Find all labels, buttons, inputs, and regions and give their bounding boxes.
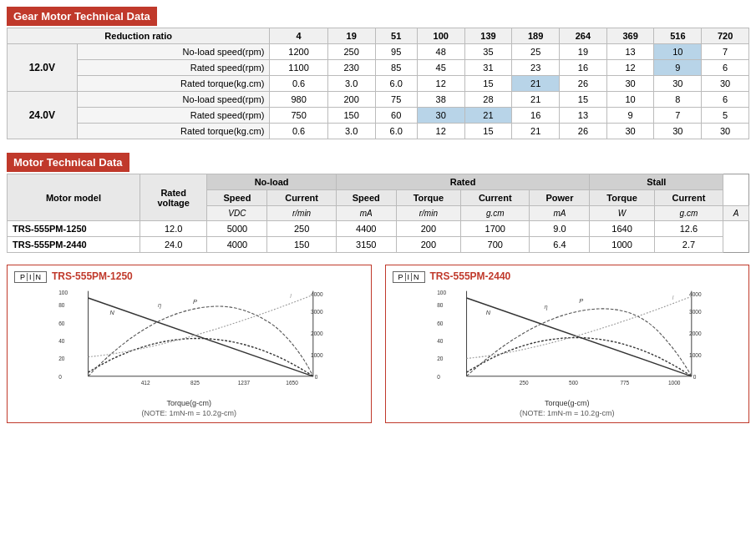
voltage-24v: 24.0V xyxy=(8,92,78,139)
model-noload-current-2: 150 xyxy=(267,237,336,253)
rated-group-header: Rated xyxy=(336,174,590,190)
model-rated-torque-1: 200 xyxy=(396,221,460,237)
svg-text:0: 0 xyxy=(315,374,318,380)
chart-svg-1: 0 20 40 60 80 100 0 1000 2000 3000 4000 … xyxy=(14,287,364,396)
model-rated-torque-2: 200 xyxy=(396,237,460,253)
ratio-header-row: Reduction ratio 4 19 51 100 139 189 264 … xyxy=(8,28,749,44)
model-stall-torque-1: 1640 xyxy=(590,221,654,237)
stall-group-header: Stall xyxy=(590,174,723,190)
svg-text:0: 0 xyxy=(437,374,440,380)
gear-motor-section: Gear Motor Technical Data Reduction rati… xyxy=(7,7,749,139)
table-row: Rated torque(kg.cm) 0.6 3.0 6.0 12 15 21… xyxy=(8,76,749,92)
model-voltage-1: 12.0 xyxy=(140,221,207,237)
motor-technical-table: Motor model Ratedvoltage No-load Rated S… xyxy=(7,174,749,253)
svg-text:0: 0 xyxy=(693,374,696,380)
current-unit-2: mA xyxy=(530,206,590,221)
chart-x-label-2: Torque(g-cm) xyxy=(393,399,743,407)
charts-container: P I N TRS-555PM-1250 0 20 40 60 80 100 0… xyxy=(7,265,749,423)
svg-text:40: 40 xyxy=(58,338,65,344)
svg-text:N: N xyxy=(110,309,115,316)
table-row: 12.0V No-load speed(rpm) 1200 250 95 48 … xyxy=(8,44,749,60)
svg-text:250: 250 xyxy=(519,380,528,386)
noload-current-header: Current xyxy=(267,190,336,206)
noload-speed-24v-label: No-load speed(rpm) xyxy=(77,92,270,108)
model-rated-current-2: 700 xyxy=(461,237,530,253)
motor-technical-title: Motor Technical Data xyxy=(7,153,129,172)
ratio-264: 264 xyxy=(560,28,607,44)
rated-power-header: Power xyxy=(530,190,590,206)
svg-text:20: 20 xyxy=(437,356,444,361)
motor-group-header-row: Motor model Ratedvoltage No-load Rated S… xyxy=(8,174,749,190)
noload-speed-header: Speed xyxy=(207,190,267,206)
svg-text:80: 80 xyxy=(437,302,444,308)
chart-svg-2: 0 20 40 60 80 100 0 1000 2000 3000 4000 … xyxy=(393,287,743,396)
model-rated-power-1: 9.0 xyxy=(530,221,590,237)
svg-text:20: 20 xyxy=(58,356,65,361)
chart-x-label-1: Torque(g-cm) xyxy=(14,399,364,407)
rated-speed-header: Speed xyxy=(336,190,396,206)
svg-text:η: η xyxy=(544,303,547,310)
power-unit: W xyxy=(590,206,654,221)
model-rated-speed-2: 3150 xyxy=(336,237,396,253)
svg-text:3000: 3000 xyxy=(311,309,323,315)
stall-current-header: Current xyxy=(654,190,723,206)
table-row: 24.0V No-load speed(rpm) 980 200 75 38 2… xyxy=(8,92,749,108)
current-unit-1: mA xyxy=(336,206,396,221)
svg-text:100: 100 xyxy=(437,290,446,295)
model-rated-current-1: 1700 xyxy=(461,221,530,237)
rated-torque-header: Torque xyxy=(396,190,460,206)
svg-text:0: 0 xyxy=(58,374,62,380)
svg-text:775: 775 xyxy=(620,380,629,386)
voltage-12v: 12.0V xyxy=(8,44,78,92)
chart-note-1: (NOTE: 1mN-m = 10.2g-cm) xyxy=(14,409,364,417)
svg-text:500: 500 xyxy=(569,380,578,386)
table-row: Rated torque(kg.cm) 0.6 3.0 6.0 12 15 21… xyxy=(8,124,749,139)
svg-text:P: P xyxy=(579,297,583,305)
model-stall-current-2: 2.7 xyxy=(654,237,723,253)
svg-text:2000: 2000 xyxy=(689,331,702,336)
svg-text:60: 60 xyxy=(58,320,65,326)
table-row: Rated speed(rpm) 750 150 60 30 21 16 13 … xyxy=(8,108,749,124)
svg-text:825: 825 xyxy=(190,380,200,386)
rated-voltage-header: Ratedvoltage xyxy=(140,174,207,221)
model-stall-current-1: 12.6 xyxy=(654,221,723,237)
ratio-19: 19 xyxy=(327,28,375,44)
model-noload-speed-1: 5000 xyxy=(207,221,267,237)
pin-labels-1: P I N xyxy=(14,271,47,283)
gear-motor-title: Gear Motor Technical Data xyxy=(7,7,157,26)
stall-current-unit: A xyxy=(723,206,749,221)
chart-2: P I N TRS-555PM-2440 0 20 40 60 80 100 0… xyxy=(385,265,750,423)
model-name-1: TRS-555PM-1250 xyxy=(8,221,140,237)
speed-unit-2: r/min xyxy=(396,206,460,221)
noload-group-header: No-load xyxy=(207,174,336,190)
rated-speed-12v-label: Rated speed(rpm) xyxy=(77,60,270,76)
ratio-label: Reduction ratio xyxy=(8,28,270,44)
svg-text:I: I xyxy=(672,294,673,301)
table-row: TRS-555PM-1250 12.0 5000 250 4400 200 17… xyxy=(8,221,749,237)
model-name-2: TRS-555PM-2440 xyxy=(8,237,140,253)
model-rated-power-2: 6.4 xyxy=(530,237,590,253)
table-row: TRS-555PM-2440 24.0 4000 150 3150 200 70… xyxy=(8,237,749,253)
svg-text:1000: 1000 xyxy=(311,352,323,358)
svg-text:1237: 1237 xyxy=(238,380,251,386)
rated-speed-24v-label: Rated speed(rpm) xyxy=(77,108,270,124)
ratio-720: 720 xyxy=(702,28,749,44)
ratio-100: 100 xyxy=(417,28,464,44)
motor-model-header: Motor model xyxy=(8,174,140,221)
svg-text:60: 60 xyxy=(437,320,444,326)
svg-text:P: P xyxy=(193,298,197,305)
model-noload-speed-2: 4000 xyxy=(207,237,267,253)
model-rated-speed-1: 4400 xyxy=(336,221,396,237)
svg-text:1000: 1000 xyxy=(667,380,680,386)
chart-title-2: TRS-555PM-2440 xyxy=(430,270,511,282)
ratio-4: 4 xyxy=(270,28,327,44)
svg-text:40: 40 xyxy=(437,338,444,344)
torque-unit-1: g.cm xyxy=(461,206,530,221)
chart-note-2: (NOTE: 1mN-m = 10.2g-cm) xyxy=(393,409,743,417)
pin-labels-2: P I N xyxy=(393,271,425,283)
gear-motor-table: Reduction ratio 4 19 51 100 139 189 264 … xyxy=(7,28,749,139)
svg-text:1000: 1000 xyxy=(689,352,702,358)
torque-unit-2: g.cm xyxy=(654,206,723,221)
svg-text:3000: 3000 xyxy=(689,309,702,315)
rated-current-header: Current xyxy=(461,190,530,206)
